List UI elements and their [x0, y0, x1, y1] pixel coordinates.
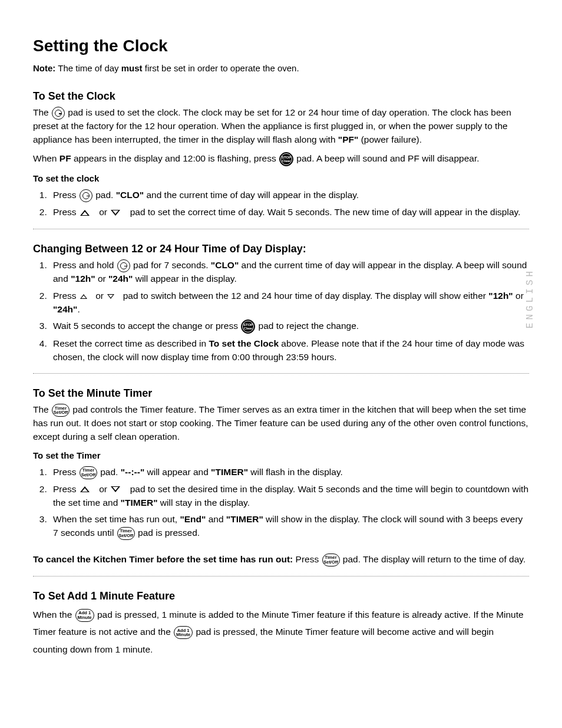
list-item: Wait 5 seconds to accept the change or p… — [49, 319, 529, 334]
section-add1: To Set Add 1 Minute Feature When the Add… — [33, 588, 529, 658]
list-item: When the set time has run out, "End" and… — [49, 513, 529, 539]
add-1-minute-icon: Add 1Minute — [174, 626, 193, 639]
heading-12-24: Changing Between 12 or 24 Hour Time of D… — [33, 241, 529, 256]
section-12-24: Changing Between 12 or 24 Hour Time of D… — [33, 241, 529, 364]
section-minute-timer: To Set the Minute Timer The TimerSet/Off… — [33, 386, 529, 566]
divider — [33, 576, 529, 577]
list-item: Reset the correct time as described in T… — [49, 337, 529, 364]
steps-list: Press and hold pad for 7 seconds. "CLO" … — [33, 259, 529, 364]
para: The pad is used to set the clock. The cl… — [33, 106, 529, 146]
list-item: Press pad. "CLO" and the current time of… — [49, 189, 529, 202]
section-set-clock: To Set the Clock The pad is used to set … — [33, 88, 529, 219]
timer-icon: TimerSet/Off — [322, 554, 340, 566]
list-item: Press TimerSet/Off pad. "--:--" will app… — [49, 466, 529, 479]
list-item: Press or pad to set the correct time of … — [49, 206, 529, 219]
up-arrow-icon — [80, 206, 95, 219]
clock-icon — [80, 189, 92, 202]
note-line: Note: The time of day must first be set … — [33, 62, 529, 75]
timer-icon: TimerSet/Off — [117, 527, 135, 540]
para: When the Add 1Minute pad is pressed, 1 m… — [33, 606, 529, 658]
list-item: Press or pad to set the desired time in … — [49, 483, 529, 510]
timer-icon: TimerSet/Off — [80, 466, 97, 479]
subheading: To set the clock — [33, 172, 529, 185]
steps-list: Press TimerSet/Off pad. "--:--" will app… — [33, 466, 529, 540]
up-arrow-icon — [80, 483, 95, 496]
list-item: Press or pad to switch between the 12 an… — [49, 289, 529, 317]
up-arrow-icon — [80, 289, 92, 302]
stop-clear-icon: STOPClear — [279, 152, 293, 166]
heading-set-clock: To Set the Clock — [33, 88, 529, 104]
steps-list: Press pad. "CLO" and the current time of… — [33, 189, 529, 219]
heading-add1: To Set Add 1 Minute Feature — [33, 588, 529, 604]
heading-minute-timer: To Set the Minute Timer — [33, 386, 529, 401]
para: The TimerSet/Off pad controls the Timer … — [33, 403, 529, 443]
add-1-minute-icon: Add 1Minute — [75, 609, 94, 622]
language-tab: ENGLISH — [524, 268, 537, 328]
clock-icon — [52, 107, 65, 120]
subheading: To set the Timer — [33, 449, 529, 462]
list-item: Press and hold pad for 7 seconds. "CLO" … — [49, 259, 529, 285]
para: When PF appears in the display and 12:00… — [33, 152, 529, 166]
para-cancel: To cancel the Kitchen Timer before the s… — [33, 553, 529, 566]
divider — [33, 229, 529, 229]
down-arrow-icon — [107, 289, 119, 302]
clock-icon — [117, 259, 130, 272]
divider — [33, 373, 529, 374]
page-title: Setting the Clock — [33, 34, 529, 58]
down-arrow-icon — [111, 483, 126, 496]
timer-icon: TimerSet/Off — [52, 404, 70, 417]
down-arrow-icon — [111, 206, 126, 219]
stop-clear-icon: STOPClear — [241, 319, 255, 334]
